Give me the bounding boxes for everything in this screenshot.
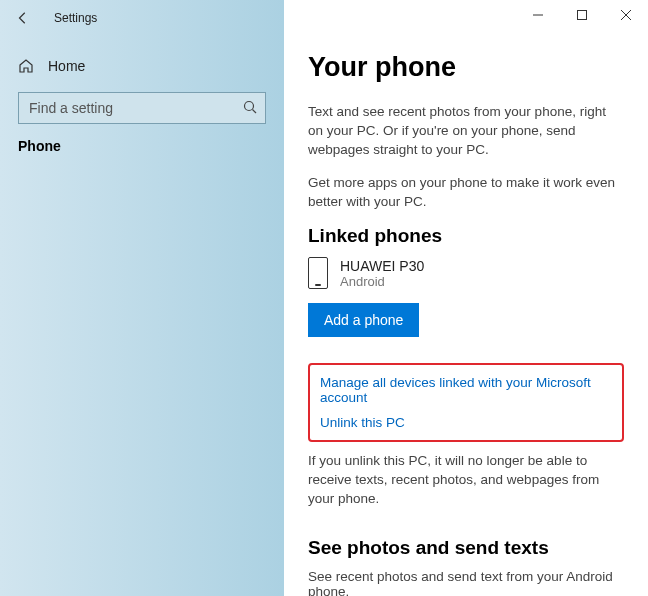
window-controls: [516, 0, 648, 30]
photos-desc: See recent photos and send text from you…: [308, 569, 624, 596]
search-wrap: [18, 92, 266, 124]
unlink-note: If you unlink this PC, it will no longer…: [308, 452, 624, 509]
svg-point-0: [245, 102, 254, 111]
search-input[interactable]: [18, 92, 266, 124]
unlink-pc-link[interactable]: Unlink this PC: [320, 415, 612, 430]
search-icon: [242, 99, 258, 115]
home-label: Home: [48, 58, 85, 74]
titlebar: Settings: [0, 0, 284, 36]
description-2: Get more apps on your phone to make it w…: [308, 174, 624, 212]
home-icon: [18, 58, 34, 74]
phone-os: Android: [340, 274, 424, 289]
home-nav[interactable]: Home: [0, 48, 284, 84]
sidebar-item-phone[interactable]: Phone: [0, 124, 284, 154]
photos-heading: See photos and send texts: [308, 537, 624, 559]
linked-phone-row: HUAWEI P30 Android: [308, 257, 624, 289]
phone-icon: [308, 257, 328, 289]
sidebar: Settings Home Phone: [0, 0, 284, 596]
close-button[interactable]: [604, 0, 648, 30]
description-1: Text and see recent photos from your pho…: [308, 103, 624, 160]
maximize-button[interactable]: [560, 0, 604, 30]
svg-rect-3: [578, 11, 587, 20]
svg-line-1: [253, 110, 257, 114]
content: Your phone Text and see recent photos fr…: [284, 0, 648, 596]
link-highlight-box: Manage all devices linked with your Micr…: [308, 363, 624, 442]
minimize-button[interactable]: [516, 0, 560, 30]
main-panel: Your phone Text and see recent photos fr…: [284, 0, 648, 596]
linked-phones-heading: Linked phones: [308, 225, 624, 247]
back-arrow-icon[interactable]: [14, 9, 32, 27]
app-title: Settings: [54, 11, 97, 25]
manage-devices-link[interactable]: Manage all devices linked with your Micr…: [320, 375, 612, 405]
phone-name: HUAWEI P30: [340, 258, 424, 274]
page-title: Your phone: [308, 52, 624, 83]
add-phone-button[interactable]: Add a phone: [308, 303, 419, 337]
